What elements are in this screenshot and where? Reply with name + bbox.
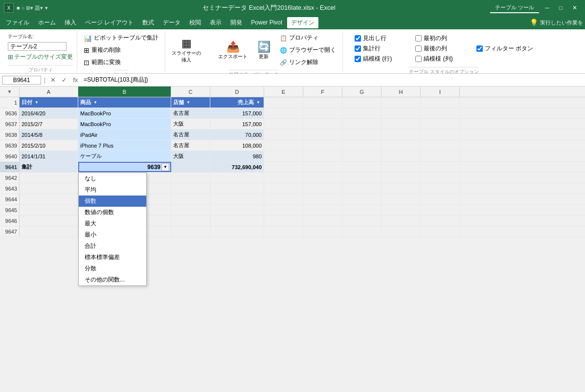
cell-f9647[interactable]	[303, 226, 342, 237]
cell-d9640[interactable]: 980	[210, 151, 264, 161]
cell-g9642[interactable]	[342, 173, 382, 183]
cell-h9636[interactable]	[382, 108, 421, 118]
cell-e9639[interactable]	[264, 140, 303, 151]
menu-data[interactable]: データ	[159, 17, 184, 28]
cell-e9642[interactable]	[264, 173, 303, 183]
cell-f9646[interactable]	[303, 216, 342, 226]
cell-d9645[interactable]	[210, 205, 264, 215]
cell-g1[interactable]	[342, 97, 382, 108]
cell-i9641[interactable]	[421, 162, 460, 172]
check-first-col[interactable]: 最初の列	[415, 34, 452, 43]
pivot-btn[interactable]: 📊 ピボットテーブルで集計	[81, 32, 161, 44]
cell-i9639[interactable]	[421, 140, 460, 151]
cell-f9644[interactable]	[303, 194, 342, 204]
cell-d9637[interactable]: 157,000	[210, 119, 264, 129]
refresh-btn[interactable]: 🔄 更新	[254, 39, 273, 62]
cell-i9647[interactable]	[421, 226, 460, 237]
menu-page-layout[interactable]: ページ レイアウト	[81, 17, 137, 28]
cell-d9642[interactable]	[210, 173, 264, 183]
cell-b9636[interactable]: MacBookPro	[78, 108, 171, 118]
col-header-f[interactable]: F	[303, 87, 342, 97]
cell-h9641[interactable]	[382, 162, 421, 172]
row-num-9636[interactable]: 9636	[0, 108, 20, 118]
cell-d9639[interactable]: 108,000	[210, 140, 264, 151]
cell-f9643[interactable]	[303, 183, 342, 194]
col-header-g[interactable]: G	[342, 87, 382, 97]
dropdown-item-counta[interactable]: 数値の個数	[79, 207, 146, 218]
filter-icon-d1[interactable]: ▼	[255, 99, 262, 106]
col-header-c[interactable]: C	[171, 87, 210, 97]
col-header-i[interactable]: I	[421, 87, 460, 97]
cell-c9646[interactable]	[171, 216, 210, 226]
cell-g9643[interactable]	[342, 183, 382, 194]
cell-f1[interactable]	[303, 97, 342, 108]
cell-e9643[interactable]	[264, 183, 303, 194]
cell-i9645[interactable]	[421, 205, 460, 215]
cell-g9636[interactable]	[342, 108, 382, 118]
cell-c9638[interactable]: 名古屋	[171, 130, 210, 140]
cell-h9646[interactable]	[382, 216, 421, 226]
cell-reference-input[interactable]	[2, 76, 41, 85]
cell-b9640[interactable]: ケーブル	[78, 151, 171, 161]
close-btn[interactable]: ✕	[568, 4, 581, 11]
row-num-9642[interactable]: 9642	[0, 173, 20, 183]
cell-h9644[interactable]	[382, 194, 421, 204]
browser-btn[interactable]: 🌐 ブラウザーで開く	[277, 44, 338, 56]
col-header-e[interactable]: E	[264, 87, 303, 97]
dropdown-item-count[interactable]: 個数	[79, 196, 146, 207]
cell-a9642[interactable]	[20, 173, 78, 183]
menu-power-pivot[interactable]: Power Pivot	[247, 18, 286, 27]
cell-e9647[interactable]	[264, 226, 303, 237]
dedup-btn[interactable]: ⊞ 重複の削除	[81, 44, 123, 56]
row-num-9638[interactable]: 9638	[0, 130, 20, 140]
cell-i9638[interactable]	[421, 130, 460, 140]
cell-g9639[interactable]	[342, 140, 382, 151]
menu-review[interactable]: 校閲	[185, 17, 205, 28]
cell-h9638[interactable]	[382, 130, 421, 140]
row-num-9639[interactable]: 9639	[0, 140, 20, 151]
cell-d1[interactable]: 売上高 ▼	[210, 97, 264, 108]
cell-d9638[interactable]: 70,000	[210, 130, 264, 140]
cell-f9640[interactable]	[303, 151, 342, 161]
cell-d9636[interactable]: 157,000	[210, 108, 264, 118]
cell-f9636[interactable]	[303, 108, 342, 118]
check-banded-cols[interactable]: 縞模様 (列)	[415, 55, 452, 63]
cell-h1[interactable]	[382, 97, 421, 108]
menu-formula[interactable]: 数式	[138, 17, 158, 28]
cell-i9646[interactable]	[421, 216, 460, 226]
row-num-9641[interactable]: 9641	[0, 162, 20, 172]
col-header-a[interactable]: A	[20, 87, 78, 97]
cell-a9643[interactable]	[20, 183, 78, 194]
filter-icon-c1[interactable]: ▼	[185, 99, 192, 106]
cell-d9647[interactable]	[210, 226, 264, 237]
cell-h9640[interactable]	[382, 151, 421, 161]
cell-a9639[interactable]: 2015/2/10	[20, 140, 78, 151]
col-header-d[interactable]: D	[210, 87, 264, 97]
cell-b1[interactable]: 商品 ▼	[78, 97, 171, 108]
cell-f9638[interactable]	[303, 130, 342, 140]
dropdown-item-max[interactable]: 最大	[79, 218, 146, 229]
cell-i9642[interactable]	[421, 173, 460, 183]
cell-e9638[interactable]	[264, 130, 303, 140]
cell-e9641[interactable]	[264, 162, 303, 172]
cell-g9637[interactable]	[342, 119, 382, 129]
check-filter-btn[interactable]: フィルター ボタン	[476, 44, 533, 53]
menu-insert[interactable]: 挿入	[61, 17, 80, 28]
cell-g9641[interactable]	[342, 162, 382, 172]
row-num-9643[interactable]: 9643	[0, 183, 20, 194]
cell-h9639[interactable]	[382, 140, 421, 151]
cell-e9646[interactable]	[264, 216, 303, 226]
cell-i9636[interactable]	[421, 108, 460, 118]
cell-c9642[interactable]	[171, 173, 210, 183]
convert-btn[interactable]: ⊡ 範囲に変換	[81, 57, 123, 68]
cell-c9636[interactable]: 名古屋	[171, 108, 210, 118]
cell-b9641[interactable]: 9639 ▼	[78, 162, 171, 172]
cell-c9645[interactable]	[171, 205, 210, 215]
cell-h9642[interactable]	[382, 173, 421, 183]
cell-h9637[interactable]	[382, 119, 421, 129]
cell-b9637[interactable]: MacBookPro	[78, 119, 171, 129]
formula-input[interactable]	[82, 77, 583, 84]
cell-g9644[interactable]	[342, 194, 382, 204]
cell-i1[interactable]	[421, 97, 460, 108]
dropdown-item-more-functions[interactable]: その他の関数...	[79, 274, 146, 285]
